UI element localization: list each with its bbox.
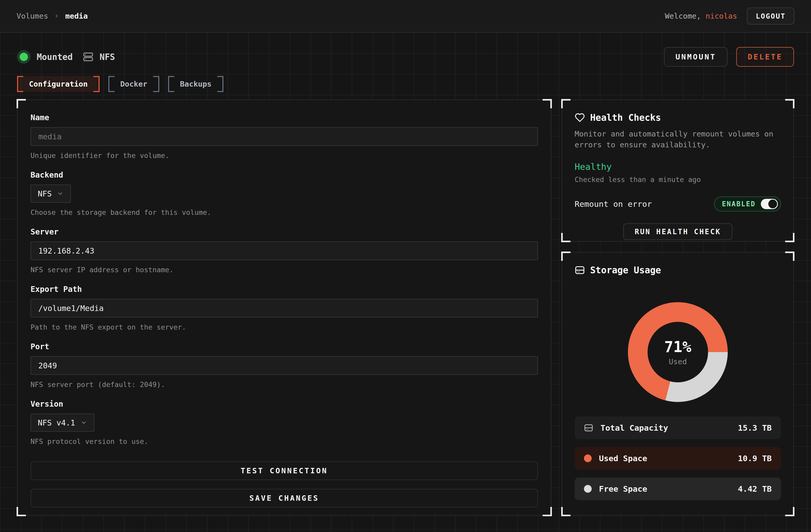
health-checks-panel: Health Checks Monitor and automatically …	[562, 99, 794, 242]
top-bar-right: Welcome, nicolas LOGOUT	[665, 7, 794, 25]
status-row: Mounted NFS UNMOUNT DELETE	[17, 47, 794, 67]
corner-bracket	[561, 251, 570, 261]
free-space-label: Free Space	[599, 484, 738, 494]
configuration-panel: Name Unique identifier for the volume. B…	[17, 99, 551, 516]
health-checks-description: Monitor and automatically remount volume…	[575, 128, 781, 150]
port-help: NFS server port (default: 2049).	[31, 380, 538, 389]
total-capacity-value: 15.3 TB	[738, 423, 772, 433]
chevron-down-icon	[57, 190, 64, 197]
welcome-text: Welcome, nicolas	[665, 12, 737, 20]
volume-actions: UNMOUNT DELETE	[664, 47, 794, 67]
used-space-dot-icon	[584, 454, 592, 462]
storage-usage-title-row: Storage Usage	[575, 265, 781, 275]
server-input[interactable]	[31, 241, 538, 260]
used-space-row: Used Space 10.9 TB	[575, 447, 781, 470]
donut-percent: 71%	[664, 338, 691, 356]
mount-status: Mounted NFS	[17, 50, 115, 64]
chevron-right-icon	[54, 13, 60, 19]
free-space-dot-icon	[584, 485, 592, 493]
export-path-help: Path to the NFS export on the server.	[31, 323, 538, 331]
storage-donut-chart: 71% Used	[628, 302, 728, 402]
tab-docker[interactable]: Docker	[108, 76, 159, 92]
volume-detail-page: Volumes media Welcome, nicolas LOGOUT Mo…	[0, 0, 811, 532]
backend-select-value: NFS	[38, 189, 52, 198]
test-connection-button[interactable]: TEST CONNECTION	[31, 461, 538, 480]
export-path-input[interactable]	[31, 299, 538, 317]
free-space-row: Free Space 4.42 TB	[575, 478, 781, 500]
health-last-checked: Checked less than a minute ago	[575, 175, 781, 184]
storage-usage-panel: Storage Usage 71% Used Total Capacity 15…	[562, 252, 794, 516]
corner-bracket	[17, 99, 26, 108]
welcome-prefix: Welcome,	[665, 12, 701, 20]
toggle-switch	[761, 199, 778, 209]
remount-on-error-label: Remount on error	[575, 199, 652, 209]
total-capacity-row: Total Capacity 15.3 TB	[575, 417, 781, 439]
breadcrumb-volumes-link[interactable]: Volumes	[17, 12, 48, 20]
tab-bar: Configuration Docker Backups	[17, 76, 224, 92]
version-label: Version	[31, 400, 538, 408]
storage-usage-title: Storage Usage	[590, 265, 661, 275]
corner-bracket	[542, 99, 552, 108]
backend-badge: NFS	[100, 52, 115, 62]
logout-button[interactable]: LOGOUT	[747, 7, 794, 25]
corner-bracket	[785, 99, 794, 108]
corner-bracket	[785, 233, 794, 242]
corner-bracket	[561, 507, 570, 516]
corner-bracket	[785, 507, 794, 516]
used-space-value: 10.9 TB	[738, 454, 772, 463]
heart-icon	[575, 112, 585, 123]
run-health-check-button[interactable]: RUN HEALTH CHECK	[623, 223, 732, 240]
server-icon	[83, 52, 93, 62]
health-checks-title: Health Checks	[590, 112, 661, 123]
name-help: Unique identifier for the volume.	[31, 152, 538, 159]
hard-drive-icon	[584, 423, 593, 433]
tab-configuration[interactable]: Configuration	[17, 76, 100, 92]
health-checks-title-row: Health Checks	[575, 112, 781, 123]
unmount-button[interactable]: UNMOUNT	[664, 47, 728, 67]
export-path-label: Export Path	[31, 285, 538, 294]
mount-state-label: Mounted	[37, 52, 73, 62]
backend-help: Choose the storage backend for this volu…	[31, 208, 538, 216]
corner-bracket	[17, 507, 26, 516]
delete-button[interactable]: DELETE	[736, 47, 794, 67]
name-input[interactable]	[31, 127, 538, 146]
corner-bracket	[561, 99, 570, 108]
port-label: Port	[31, 342, 538, 351]
breadcrumb: Volumes media	[17, 12, 88, 20]
corner-bracket	[785, 251, 794, 261]
hard-drive-icon	[575, 265, 585, 275]
server-help: NFS server IP address or hostname.	[31, 266, 538, 274]
corner-bracket	[542, 507, 552, 516]
username: nicolas	[705, 12, 737, 20]
breadcrumb-current: media	[65, 12, 88, 20]
top-bar: Volumes media Welcome, nicolas LOGOUT	[0, 0, 811, 33]
save-changes-button[interactable]: SAVE CHANGES	[31, 489, 538, 507]
total-capacity-label: Total Capacity	[600, 423, 738, 433]
remount-toggle-state: ENABLED	[722, 200, 756, 208]
tab-backups[interactable]: Backups	[168, 76, 224, 92]
free-space-value: 4.42 TB	[738, 484, 772, 494]
remount-toggle[interactable]: ENABLED	[714, 197, 781, 212]
server-label: Server	[31, 227, 538, 236]
corner-bracket	[561, 233, 570, 242]
donut-caption: Used	[669, 357, 687, 366]
backend-label: Backend	[31, 170, 538, 179]
version-select[interactable]: NFS v4.1	[31, 413, 94, 432]
remount-on-error-row: Remount on error ENABLED	[575, 197, 781, 212]
storage-legend: Total Capacity 15.3 TB Used Space 10.9 T…	[575, 417, 781, 500]
donut-center: 71% Used	[647, 322, 708, 382]
version-help: NFS protocol version to use.	[31, 437, 538, 445]
name-label: Name	[31, 113, 538, 122]
port-input[interactable]	[31, 356, 538, 375]
version-select-value: NFS v4.1	[38, 418, 75, 427]
backend-select[interactable]: NFS	[31, 185, 71, 203]
used-space-label: Used Space	[599, 454, 738, 463]
chevron-down-icon	[80, 419, 87, 426]
toggle-knob	[768, 200, 777, 208]
mounted-status-icon	[17, 50, 31, 64]
health-status: Healthy	[575, 161, 781, 172]
